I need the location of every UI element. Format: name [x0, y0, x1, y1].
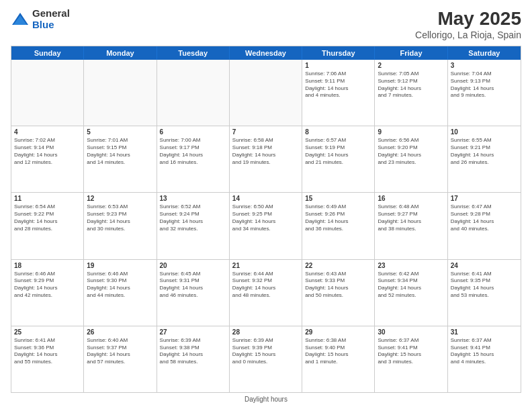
cal-cell-day: 2Sunrise: 7:05 AMSunset: 9:12 PMDaylight… [375, 60, 447, 126]
cell-line: Sunset: 9:17 PM [160, 144, 226, 152]
cell-line: Sunset: 9:39 PM [232, 345, 299, 352]
day-number: 23 [378, 262, 444, 269]
cell-line: Daylight: 15 hours [451, 351, 518, 359]
cell-line: Sunrise: 6:55 AM [451, 137, 518, 144]
cell-line: Daylight: 14 hours [160, 152, 226, 159]
cal-cell-day: 12Sunrise: 6:53 AMSunset: 9:23 PMDayligh… [84, 193, 157, 259]
cell-line: Sunrise: 6:41 AM [451, 271, 518, 278]
cell-line: Sunrise: 7:00 AM [160, 137, 226, 144]
cal-week-row: 1Sunrise: 7:06 AMSunset: 9:11 PMDaylight… [11, 60, 521, 126]
day-number: 17 [451, 195, 518, 202]
cell-line: Daylight: 15 hours [378, 351, 444, 359]
cell-line: Sunrise: 6:49 AM [305, 203, 371, 211]
cell-line: and 26 minutes. [451, 159, 518, 167]
cal-header-day: Tuesday [157, 46, 230, 60]
cell-line: Sunrise: 6:58 AM [232, 137, 299, 144]
cell-line: Daylight: 14 hours [451, 152, 518, 159]
cal-cell-day: 4Sunrise: 7:02 AMSunset: 9:14 PMDaylight… [11, 126, 84, 192]
cell-line: Sunset: 9:36 PM [14, 345, 81, 352]
day-number: 1 [305, 62, 371, 69]
cell-line: Sunset: 9:33 PM [305, 277, 371, 285]
footer-note: Daylight hours [11, 396, 521, 403]
cell-line: Daylight: 14 hours [305, 85, 371, 93]
cell-line: and 42 minutes. [14, 292, 81, 300]
cell-line: Sunset: 9:41 PM [378, 345, 444, 352]
cell-line: and 21 minutes. [305, 159, 371, 167]
cell-line: Sunset: 9:24 PM [160, 211, 226, 218]
cell-line: Daylight: 14 hours [451, 285, 518, 292]
cal-cell-empty [84, 60, 157, 126]
cal-cell-day: 10Sunrise: 6:55 AMSunset: 9:21 PMDayligh… [448, 126, 521, 192]
cell-line: Sunrise: 6:40 AM [87, 337, 153, 345]
cell-line: and 40 minutes. [451, 226, 518, 233]
cell-line: and 14 minutes. [87, 159, 153, 167]
subtitle: Cellorigo, La Rioja, Spain [415, 30, 521, 40]
day-number: 8 [305, 128, 371, 136]
logo: General Blue [11, 8, 70, 30]
cell-line: Sunrise: 6:39 AM [160, 337, 226, 345]
cal-header-day: Monday [84, 46, 157, 60]
cal-cell-day: 22Sunrise: 6:43 AMSunset: 9:33 PMDayligh… [302, 260, 375, 326]
cal-cell-day: 18Sunrise: 6:46 AMSunset: 9:29 PMDayligh… [11, 260, 84, 326]
cell-line: and 19 minutes. [232, 159, 299, 167]
day-number: 2 [378, 62, 444, 69]
day-number: 7 [232, 128, 299, 136]
day-number: 13 [160, 195, 226, 202]
cal-header-day: Sunday [11, 46, 84, 60]
day-number: 31 [451, 328, 518, 336]
cell-line: Daylight: 14 hours [378, 152, 444, 159]
cell-line: and 36 minutes. [305, 226, 371, 233]
cell-line: Sunset: 9:35 PM [451, 277, 518, 285]
cell-line: Daylight: 14 hours [305, 152, 371, 159]
cell-line: Daylight: 14 hours [232, 285, 299, 292]
cell-line: Sunrise: 6:44 AM [232, 271, 299, 278]
cell-line: Sunrise: 6:47 AM [451, 203, 518, 211]
cell-line: Sunset: 9:27 PM [378, 211, 444, 218]
cell-line: Sunrise: 7:04 AM [451, 71, 518, 78]
cal-cell-day: 13Sunrise: 6:52 AMSunset: 9:24 PMDayligh… [157, 193, 230, 259]
cal-cell-day: 7Sunrise: 6:58 AMSunset: 9:18 PMDaylight… [230, 126, 302, 192]
cell-line: Sunrise: 6:37 AM [378, 337, 444, 345]
cell-line: and 28 minutes. [14, 226, 81, 233]
cell-line: Sunrise: 7:01 AM [87, 137, 153, 144]
cell-line: Sunrise: 7:06 AM [305, 71, 371, 78]
cell-line: Sunset: 9:19 PM [305, 144, 371, 152]
cell-line: Sunset: 9:25 PM [232, 211, 299, 218]
cell-line: and 3 minutes. [378, 359, 444, 366]
cal-cell-day: 9Sunrise: 6:56 AMSunset: 9:20 PMDaylight… [375, 126, 447, 192]
header: General Blue May 2025 Cellorigo, La Rioj… [11, 8, 521, 40]
cell-line: Sunrise: 6:52 AM [160, 203, 226, 211]
cal-week-row: 18Sunrise: 6:46 AMSunset: 9:29 PMDayligh… [11, 259, 521, 326]
cell-line: and 4 minutes. [305, 92, 371, 99]
cell-line: and 4 minutes. [451, 359, 518, 366]
cell-line: and 34 minutes. [232, 226, 299, 233]
day-number: 24 [451, 262, 518, 269]
logo-text: General Blue [32, 8, 70, 30]
cell-line: Sunset: 9:40 PM [305, 345, 371, 352]
cal-week-row: 25Sunrise: 6:41 AMSunset: 9:36 PMDayligh… [11, 326, 521, 392]
cell-line: Sunrise: 6:37 AM [451, 337, 518, 345]
cell-line: and 46 minutes. [160, 292, 226, 300]
cell-line: Daylight: 14 hours [14, 285, 81, 292]
cell-line: Sunset: 9:28 PM [451, 211, 518, 218]
cell-line: Daylight: 14 hours [378, 285, 444, 292]
day-number: 26 [87, 328, 153, 336]
cal-cell-day: 27Sunrise: 6:39 AMSunset: 9:38 PMDayligh… [157, 326, 230, 392]
cal-cell-day: 11Sunrise: 6:54 AMSunset: 9:22 PMDayligh… [11, 193, 84, 259]
cal-cell-day: 23Sunrise: 6:42 AMSunset: 9:34 PMDayligh… [375, 260, 447, 326]
cell-line: and 44 minutes. [87, 292, 153, 300]
cell-line: Sunset: 9:34 PM [378, 277, 444, 285]
cell-line: and 7 minutes. [378, 92, 444, 99]
cell-line: Sunset: 9:26 PM [305, 211, 371, 218]
day-number: 10 [451, 128, 518, 136]
cal-cell-day: 5Sunrise: 7:01 AMSunset: 9:15 PMDaylight… [84, 126, 157, 192]
cell-line: Sunset: 9:18 PM [232, 144, 299, 152]
cell-line: Sunset: 9:22 PM [14, 211, 81, 218]
cell-line: Daylight: 14 hours [378, 218, 444, 226]
cell-line: Sunrise: 6:43 AM [305, 271, 371, 278]
cell-line: Daylight: 14 hours [160, 351, 226, 359]
cal-cell-empty [157, 60, 230, 126]
cal-cell-day: 28Sunrise: 6:39 AMSunset: 9:39 PMDayligh… [230, 326, 302, 392]
day-number: 20 [160, 262, 226, 269]
cal-header-day: Wednesday [230, 46, 302, 60]
